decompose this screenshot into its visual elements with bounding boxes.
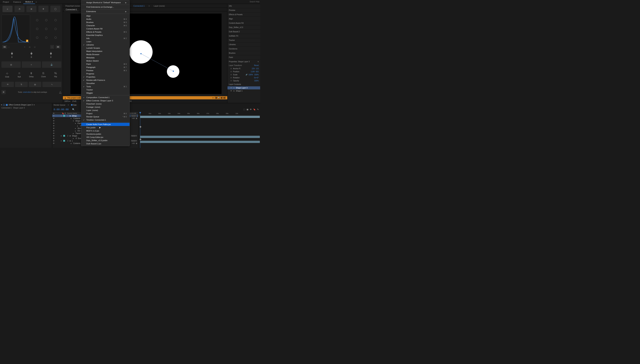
parent-dropdown[interactable]: None ▾: [131, 115, 137, 117]
effect-controls-tab[interactable]: Effect Controls Shape Layer 3: [9, 104, 33, 106]
menu-item[interactable]: ✓Tools⌘ 1: [81, 85, 130, 88]
add-button[interactable]: ⊕: [136, 118, 137, 119]
panel-menu-icon[interactable]: ≡: [36, 1, 37, 3]
menu-item[interactable]: Character⌘ 6: [81, 24, 130, 27]
warn-prev-button[interactable]: ◀: [215, 96, 217, 99]
path-handle-2[interactable]: [173, 71, 174, 72]
panel-preview[interactable]: Preview: [228, 8, 260, 12]
layout-button-1[interactable]: ▥: [2, 62, 21, 68]
window-menu[interactable]: Assign Shortcut to "Default" Workspace▶F…: [81, 0, 130, 146]
tl-tool-1[interactable]: ⬚: [243, 108, 245, 111]
track-row[interactable]: [138, 130, 260, 133]
twirl-icon[interactable]: ▾: [61, 140, 63, 142]
preset-dot[interactable]: [51, 25, 60, 33]
menu-item[interactable]: Extensions▶: [81, 10, 130, 13]
home-icon[interactable]: ⌂: [3, 6, 13, 12]
menu-item[interactable]: Align: [81, 14, 130, 18]
tab-frameio[interactable]: Frame.io: [11, 0, 23, 4]
menu-item[interactable]: Effects & Presets⌘ 5: [81, 30, 130, 34]
panel-ouroboros[interactable]: Ouroboros: [228, 47, 260, 51]
timecode-display[interactable]: 0:00:00:00: [54, 108, 69, 111]
parent-dropdown[interactable]: None ▾: [131, 135, 137, 137]
menu-item[interactable]: Create Nulls From Paths.jsx: [81, 123, 130, 126]
layer-color-swatch[interactable]: [63, 135, 65, 137]
warn-search-button[interactable]: 🔍: [218, 96, 220, 99]
tl-tool-4[interactable]: 🔖: [253, 108, 256, 111]
easing-graph[interactable]: 📶: [2, 15, 30, 43]
twirl-icon[interactable]: ▾: [61, 135, 63, 137]
stopwatch-icon[interactable]: ⏱: [230, 74, 232, 76]
property-value-2[interactable]: 115: [256, 68, 259, 70]
menu-item[interactable]: ✓Review with Frame.io: [81, 78, 130, 82]
preset-dot[interactable]: [42, 25, 51, 33]
connected-tab[interactable]: Connected-1: [132, 4, 146, 8]
menu-item[interactable]: ✓Composition: Connected-1: [81, 96, 130, 99]
reset-button[interactable]: Reset: [254, 64, 259, 66]
anchor-button[interactable]: ⚓: [42, 62, 61, 68]
panel-paint[interactable]: Paint: [228, 55, 260, 60]
stopwatch-icon[interactable]: ⏱: [230, 77, 232, 79]
panel-info[interactable]: Info: [228, 4, 260, 8]
curve-button[interactable]: ∿: [42, 82, 61, 87]
menu-item[interactable]: Find Extensions on Exchange...: [81, 5, 130, 8]
comp-icon[interactable]: [3, 104, 5, 106]
track-row[interactable]: [138, 133, 260, 136]
menu-item[interactable]: ✓Libraries: [81, 43, 130, 46]
sub-tab-connected[interactable]: Connected-1: [64, 8, 78, 11]
grid-icon[interactable]: ⊞: [27, 6, 37, 12]
layer-color-swatch[interactable]: [63, 140, 65, 142]
layer-content-row[interactable]: 👁★Shape 1: [228, 90, 260, 92]
eye-icon[interactable]: 👁: [53, 125, 55, 127]
grab-button[interactable]: ⊹Grab: [2, 71, 13, 79]
panel-duik[interactable]: Duik Bassel.2: [228, 30, 260, 34]
stopwatch-icon[interactable]: ⏱: [230, 68, 232, 70]
ease-out-value[interactable]: 88: [56, 45, 61, 49]
panel-effects-presets[interactable]: Effects & Presets: [228, 12, 260, 17]
property-value-1[interactable]: 100%: [249, 74, 253, 76]
eye-icon[interactable]: 👁: [53, 118, 55, 119]
preset-dot[interactable]: [42, 16, 51, 24]
menu-item[interactable]: Content-Aware Fill: [81, 27, 130, 30]
preset-dot[interactable]: [51, 16, 60, 24]
stopwatch-icon[interactable]: ⏱: [75, 138, 77, 139]
menu-item[interactable]: Wiggler: [81, 91, 130, 94]
menu-item[interactable]: ✓Timeline: Connected-1: [81, 118, 130, 122]
menu-item[interactable]: Metadata: [81, 56, 130, 59]
menu-item[interactable]: Layer: (none): [81, 109, 130, 112]
timeline-search-icon[interactable]: 🔍: [72, 108, 75, 111]
menu-item[interactable]: Project⌘ 0: [81, 112, 130, 115]
zoom-dropdown[interactable]: 100%▾: [64, 100, 70, 102]
keyframe-marker[interactable]: [139, 126, 141, 128]
slider-2[interactable]: [31, 52, 32, 55]
track-row[interactable]: [138, 138, 260, 140]
layer-content-row[interactable]: 👁★Shape Layer 3: [228, 86, 260, 90]
panel-brushes[interactable]: Brushes: [228, 51, 260, 55]
move-icon[interactable]: ✥: [38, 6, 48, 12]
warn-next-button[interactable]: ▶: [221, 96, 223, 99]
menu-item[interactable]: Ouroboros.jsxbin: [81, 132, 130, 136]
clip-bar[interactable]: [140, 116, 260, 118]
ease-in-value[interactable]: 66: [2, 45, 7, 49]
menu-item[interactable]: ✓Properties: [81, 75, 130, 78]
eye-icon[interactable]: 👁: [53, 132, 55, 134]
track-row[interactable]: [138, 136, 260, 138]
slider-1[interactable]: [12, 52, 12, 55]
preset-dot[interactable]: [33, 34, 42, 42]
eye-icon[interactable]: 👁: [53, 120, 55, 122]
panel-isomatic[interactable]: IsoMatic FX: [228, 34, 260, 38]
preset-dot[interactable]: [42, 34, 51, 42]
swap-button[interactable]: ⇅: [15, 82, 28, 87]
menu-item[interactable]: ✓Effect Controls: Shape Layer 3: [81, 99, 130, 102]
warning-icon[interactable]: △: [59, 90, 61, 94]
null-button[interactable]: ⌑Null: [14, 71, 25, 79]
eye-icon[interactable]: 👁: [53, 130, 55, 132]
menu-item[interactable]: Footage: (none): [81, 106, 130, 109]
track-row[interactable]: [138, 143, 260, 146]
menu-item[interactable]: MGFX v1.0.jsx: [81, 129, 130, 132]
twirl-icon[interactable]: ▸: [73, 132, 75, 134]
stopwatch-icon[interactable]: ⏱: [230, 71, 232, 72]
track-row[interactable]: [138, 120, 260, 123]
close-tab-icon[interactable]: ✕: [68, 104, 69, 106]
layer-color-swatch[interactable]: [63, 115, 65, 117]
flip-button[interactable]: %Flip: [50, 71, 61, 79]
